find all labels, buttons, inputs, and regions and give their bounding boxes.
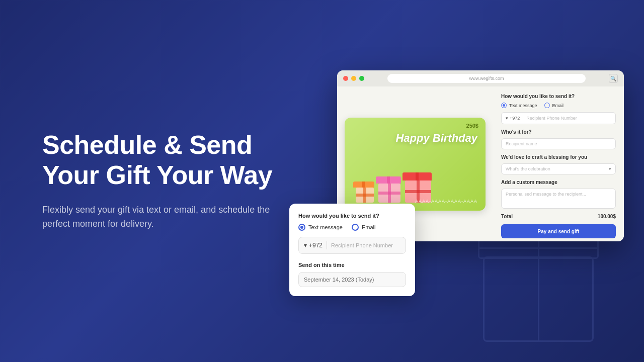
page-subheadline: Flexibly send your gift via text or emai… bbox=[42, 203, 274, 232]
popup-date-input[interactable]: September 14, 2023 (Today) bbox=[298, 272, 406, 287]
radio-email[interactable]: Email bbox=[544, 103, 564, 108]
gift-ribbon-v-coral bbox=[362, 182, 365, 188]
browser-address-bar[interactable]: www.wegifts.com bbox=[387, 74, 586, 83]
total-row: Total 100.00$ bbox=[501, 214, 616, 219]
popup-phone-input[interactable]: ▾ +972 Recipient Phone Number bbox=[298, 237, 406, 254]
chevron-down-icon: ▾ bbox=[609, 166, 611, 171]
popup-send-label: How would you like to send it? bbox=[298, 213, 406, 219]
phone-divider bbox=[523, 115, 523, 122]
gift-ribbon-v-pink bbox=[387, 176, 390, 184]
gift-body-pink bbox=[378, 184, 400, 203]
browser-url: www.wegifts.com bbox=[469, 76, 504, 81]
gift-body-coral bbox=[356, 188, 374, 203]
popup-radio-text[interactable]: Text message bbox=[298, 224, 343, 231]
total-amount: 100.00$ bbox=[598, 214, 616, 219]
send-method-radio-group: Text message Email bbox=[501, 103, 616, 108]
celebration-select[interactable]: What's the celebration ▾ bbox=[501, 163, 616, 174]
celebration-placeholder: What's the celebration bbox=[506, 166, 550, 171]
popup-phone-placeholder: Recipient Phone Number bbox=[331, 242, 393, 248]
gift-card: 250$ Happy Birthday bbox=[345, 118, 486, 211]
browser-search-icon[interactable]: 🔍 bbox=[609, 74, 618, 83]
pay-send-button[interactable]: Pay and send gift bbox=[501, 224, 616, 238]
gift-ribbon2-h-pink bbox=[378, 192, 400, 195]
radio-label-text: Text message bbox=[509, 103, 537, 108]
popup-radio-circle-email[interactable] bbox=[352, 224, 359, 231]
gift-lid-red bbox=[403, 172, 432, 180]
gift-lid-coral bbox=[353, 182, 374, 188]
radio-text-message[interactable]: Text message bbox=[501, 103, 537, 108]
popup-radio-label-text: Text message bbox=[308, 224, 343, 230]
message-label: Add a custom message bbox=[501, 179, 616, 185]
who-label: Who's it for? bbox=[501, 129, 616, 135]
popup-phone-prefix: ▾ +972 bbox=[304, 242, 323, 249]
radio-circle-email[interactable] bbox=[544, 103, 550, 108]
radio-label-email: Email bbox=[552, 103, 564, 108]
gift-item-pink bbox=[377, 176, 401, 203]
popup-card: How would you like to send it? Text mess… bbox=[289, 204, 415, 296]
recipient-name-input[interactable]: Recipient name bbox=[501, 138, 616, 149]
browser-dot-green[interactable] bbox=[359, 76, 364, 81]
message-placeholder: Personalised message to the recipient... bbox=[506, 192, 586, 197]
phone-prefix: ▾ +972 bbox=[506, 116, 520, 121]
send-method-label: How would you like to send it? bbox=[501, 94, 616, 99]
gift-ribbon2-h-coral bbox=[356, 194, 374, 197]
bg-gift-ribbon-h bbox=[478, 247, 599, 249]
popup-radio-email[interactable]: Email bbox=[352, 224, 376, 231]
gift-card-code: AAAA-AAAA-AAAA-AAAA bbox=[415, 199, 477, 204]
gift-ribbon2-h-red bbox=[405, 190, 431, 193]
popup-phone-divider bbox=[327, 241, 327, 249]
popup-schedule-label: Send on this time bbox=[298, 262, 406, 268]
gift-card-title: Happy Birthday bbox=[395, 132, 477, 145]
browser-dot-red[interactable] bbox=[343, 76, 348, 81]
gift-illustration bbox=[355, 172, 432, 203]
gift-lid-pink bbox=[376, 176, 401, 184]
gift-card-amount: 250$ bbox=[466, 123, 478, 129]
left-content: Schedule & Send Your Gift Your Way Flexi… bbox=[42, 130, 274, 231]
popup-radio-group: Text message Email bbox=[298, 224, 406, 231]
custom-message-textarea[interactable]: Personalised message to the recipient... bbox=[501, 189, 616, 209]
total-label: Total bbox=[501, 214, 513, 219]
page-title: Schedule & Send Your Gift Your Way bbox=[42, 130, 274, 191]
phone-input-field[interactable]: ▾ +972 Recipient Phone Number bbox=[501, 112, 616, 124]
radio-circle-text[interactable] bbox=[501, 103, 507, 108]
popup-radio-circle-text[interactable] bbox=[298, 224, 305, 231]
browser-chrome: www.wegifts.com 🔍 bbox=[337, 70, 624, 86]
blessing-label: We'd love to craft a blessing for you bbox=[501, 154, 616, 160]
browser-dot-yellow[interactable] bbox=[351, 76, 356, 81]
phone-placeholder: Recipient Phone Number bbox=[526, 116, 577, 121]
gift-item-red bbox=[404, 172, 432, 203]
popup-radio-label-email: Email bbox=[362, 224, 376, 230]
gift-item-coral bbox=[355, 182, 374, 203]
form-panel: How would you like to send it? Text mess… bbox=[493, 86, 624, 241]
gift-ribbon-v-red bbox=[416, 172, 419, 180]
